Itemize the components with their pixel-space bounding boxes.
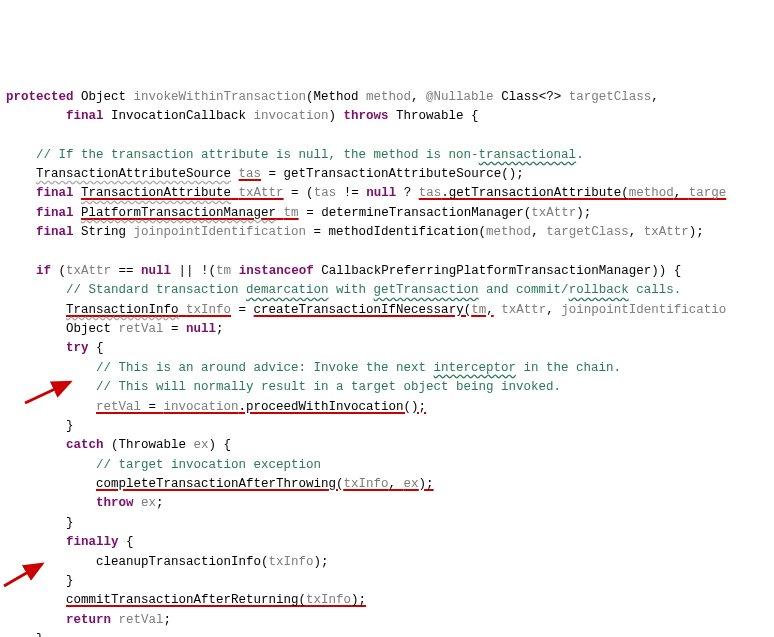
keyword: protected [6, 90, 74, 104]
text: , [651, 90, 659, 104]
comment: // This will normally result in a target… [96, 380, 561, 394]
var: joinpointIdentificatio [561, 303, 726, 317]
text: ; [216, 322, 224, 336]
text: = ( [284, 186, 314, 200]
brace: } [66, 516, 74, 530]
comment: in the chain. [516, 361, 621, 375]
var: txAttr [531, 206, 576, 220]
var: retVal [119, 613, 164, 627]
text [134, 496, 142, 510]
text: ; [156, 496, 164, 510]
text: (Method [306, 90, 366, 104]
keyword: finally [66, 535, 119, 549]
underlined-call: commitTransactionAfterReturning(txInfo); [66, 593, 366, 607]
text: != [336, 186, 366, 200]
text: { [89, 341, 104, 355]
var: tas [314, 186, 337, 200]
comment: // If the transaction attribute is null,… [36, 148, 479, 162]
underlined-assignment: retVal = invocation.proceedWithInvocatio… [96, 400, 426, 414]
text: , [629, 225, 644, 239]
text: = getTransactionAttributeSource(); [261, 167, 524, 181]
method-name: invokeWithinTransaction [134, 90, 307, 104]
keyword: try [66, 341, 89, 355]
text: ); [576, 206, 591, 220]
keyword: throw [96, 496, 134, 510]
text: String [74, 225, 134, 239]
text [231, 264, 239, 278]
keyword: final [36, 186, 74, 200]
text: , [411, 90, 426, 104]
text: (Throwable [104, 438, 194, 452]
var: txInfo [269, 555, 314, 569]
text: Throwable { [389, 109, 479, 123]
var: joinpointIdentification [134, 225, 307, 239]
var: retVal [119, 322, 164, 336]
comment: // This is an around advice: Invoke the … [96, 361, 434, 375]
keyword: if [36, 264, 51, 278]
comment-wavy: demarcation [246, 283, 329, 297]
text: || !( [171, 264, 216, 278]
keyword: null [141, 264, 171, 278]
var: ex [141, 496, 156, 510]
underlined-decl: TransactionInfo txInfo [66, 303, 231, 317]
var: method [486, 225, 531, 239]
keyword: null [366, 186, 396, 200]
comment: calls. [629, 283, 682, 297]
param: method [366, 90, 411, 104]
text: Object [74, 90, 134, 104]
param: invocation [254, 109, 329, 123]
text [231, 167, 239, 181]
text: CallbackPreferringPlatformTransactionMan… [314, 264, 682, 278]
brace: } [66, 574, 74, 588]
text: ) [329, 109, 344, 123]
keyword: final [66, 109, 104, 123]
underlined-call: completeTransactionAfterThrowing(txInfo,… [96, 477, 434, 491]
text: cleanupTransactionInfo( [96, 555, 269, 569]
text: ); [689, 225, 704, 239]
text: ) { [209, 438, 232, 452]
text: ); [314, 555, 329, 569]
text: ? [396, 186, 419, 200]
comment-wavy: rollback [569, 283, 629, 297]
text: = [231, 303, 254, 317]
keyword: final [36, 225, 74, 239]
brace: } [66, 419, 74, 433]
underlined-var: tas [239, 167, 262, 181]
text: Object [66, 322, 119, 336]
code-block: protected Object invokeWithinTransaction… [6, 88, 768, 638]
text: ( [51, 264, 66, 278]
param: targetClass [569, 90, 652, 104]
underlined-call: tas.getTransactionAttribute(method, targ… [419, 186, 727, 200]
keyword: final [36, 206, 74, 220]
text: = [164, 322, 187, 336]
comment: // target invocation exception [96, 458, 321, 472]
keyword: instanceof [239, 264, 314, 278]
comment-wavy: interceptor [434, 361, 517, 375]
comment: // Standard transaction [66, 283, 246, 297]
comment-wavy: transactional [479, 148, 577, 162]
var: txAttr [501, 303, 546, 317]
text: ; [164, 613, 172, 627]
underlined-type: TransactionAttributeSource [36, 167, 231, 181]
comment: and commit/ [479, 283, 569, 297]
brace: } [36, 632, 44, 637]
text: = determineTransactionManager( [299, 206, 532, 220]
comment: . [576, 148, 584, 162]
keyword: throws [344, 109, 389, 123]
text: = methodIdentification( [306, 225, 486, 239]
text: InvocationCallback [104, 109, 254, 123]
var: txAttr [644, 225, 689, 239]
var: tm [216, 264, 231, 278]
text [111, 613, 119, 627]
underlined-call: createTransactionIfNecessary(tm, [254, 303, 494, 317]
text: , [531, 225, 546, 239]
text: Class<?> [494, 90, 569, 104]
annotation: @Nullable [426, 90, 494, 104]
underlined-type: PlatformTransactionManager tm [81, 206, 299, 220]
keyword: catch [66, 438, 104, 452]
comment-wavy: getTransaction [374, 283, 479, 297]
text [74, 186, 82, 200]
text [74, 206, 82, 220]
var: txAttr [66, 264, 111, 278]
keyword: null [186, 322, 216, 336]
